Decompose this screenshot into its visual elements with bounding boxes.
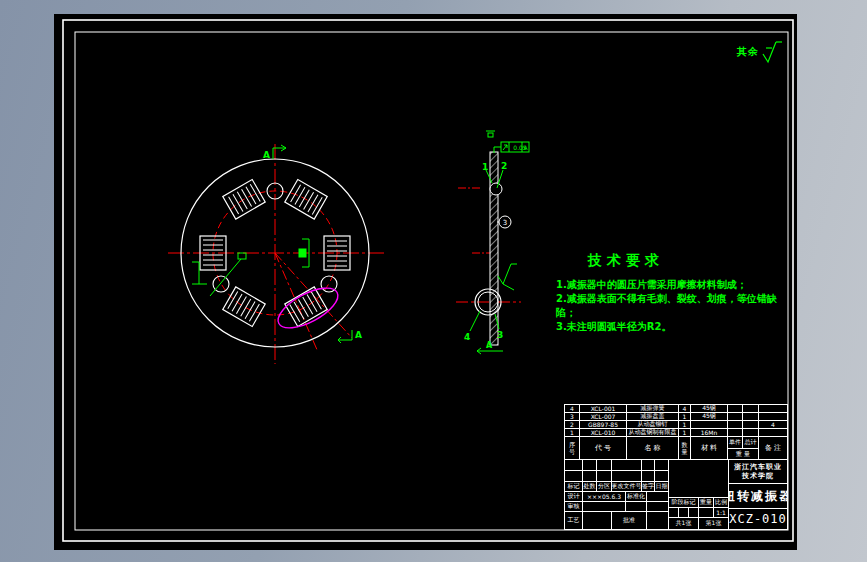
parts-header-no-bottom: 号 — [569, 448, 575, 455]
parts-header-no: 序 号 — [564, 436, 580, 460]
tech-req-title: 技术要求 — [588, 252, 856, 270]
cad-drawing-window: A A 3 — [0, 0, 867, 562]
spring-wire-section — [490, 183, 502, 195]
parts-header-qty-top: 数 — [682, 441, 688, 448]
parts-header-qty-bottom: 量 — [682, 448, 688, 455]
organization-name: 浙江汽车职业 技术学院 — [728, 459, 788, 484]
balloon-2: 2 — [501, 161, 507, 171]
parts-header-remark: 备 注 — [758, 436, 788, 460]
sheet-number: 第1张 — [698, 517, 729, 530]
balloon-3: 3 — [497, 330, 503, 340]
balloon-1: 1 — [482, 162, 488, 172]
part-title: 扭转减振器 — [728, 483, 788, 509]
title-block: 4 XCL-001 减振弹簧 4 45钢 3 XCL-007 减振盘盖 1 45… — [564, 404, 788, 530]
organization-line2: 技术学院 — [742, 472, 774, 481]
parts-header-name: 名 称 — [626, 436, 679, 460]
drawing-number: XCZ-010 — [728, 508, 788, 530]
technical-requirements: 技术要求 1.减振器中的圆压片需采用摩擦材料制成； 2.减振器表面不得有毛刺、裂… — [556, 252, 856, 334]
tech-req-line: 3.未注明圆弧半径为R2。 — [556, 320, 856, 334]
parts-header-no-top: 序 — [569, 441, 575, 448]
tech-req-line: 陷； — [556, 306, 856, 320]
balloon-circle-label: 3 — [503, 219, 507, 227]
section-mark-bottom: A — [486, 341, 493, 350]
tech-req-line: 2.减振器表面不得有毛刺、裂纹、划痕，等位错缺 — [556, 292, 856, 306]
parts-header-code: 代 号 — [579, 436, 627, 460]
organization-line1: 浙江汽车职业 — [734, 463, 782, 472]
parts-header-material: 材 料 — [690, 436, 728, 460]
label-approve: 批准 — [611, 511, 647, 530]
label-craft: 工艺 — [564, 511, 583, 530]
section-label-top: A — [263, 150, 270, 160]
sheets-total: 共1张 — [668, 517, 699, 530]
section-label-bottom: A — [355, 330, 362, 340]
craft-cell — [582, 511, 612, 530]
balloon-4: 4 — [464, 332, 470, 342]
approve-cell — [646, 511, 669, 530]
remainder-label: 其余 — [737, 45, 759, 59]
stamp-area — [668, 459, 729, 498]
tech-req-line: 1.减振器中的圆压片需采用摩擦材料制成； — [556, 278, 856, 292]
